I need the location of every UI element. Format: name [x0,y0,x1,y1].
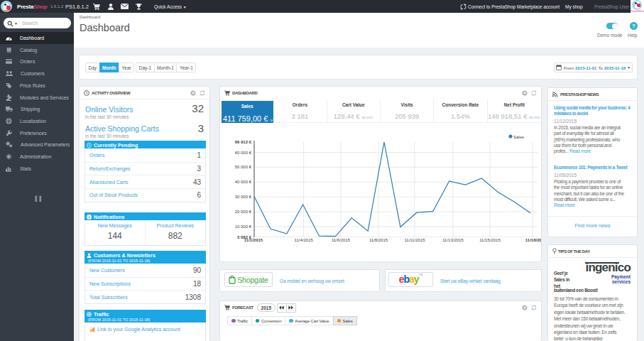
svg-text:11/1/2015: 11/1/2015 [244,238,263,242]
svg-text:11/13/2015: 11/13/2015 [442,238,464,242]
svg-text:11/15/2015: 11/15/2015 [479,238,501,242]
svg-text:Sales: Sales [513,135,524,139]
svg-text:20 000 €: 20 000 € [235,210,252,214]
svg-text:11/11/2015: 11/11/2015 [404,238,425,242]
svg-text:11/4/2015: 11/4/2015 [295,238,314,242]
svg-text:40 000 €: 40 000 € [235,180,252,184]
svg-text:10 000 €: 10 000 € [235,224,252,229]
svg-text:50 000 €: 50 000 € [235,165,252,169]
svg-text:60 000 €: 60 000 € [235,151,252,155]
svg-text:66 912 €: 66 912 € [235,140,252,144]
svg-text:11/18/201: 11/18/201 [525,238,541,242]
svg-text:11/8/2015: 11/8/2015 [369,238,388,242]
svg-text:30 000 €: 30 000 € [235,195,252,199]
svg-text:11/6/2015: 11/6/2015 [332,238,351,242]
